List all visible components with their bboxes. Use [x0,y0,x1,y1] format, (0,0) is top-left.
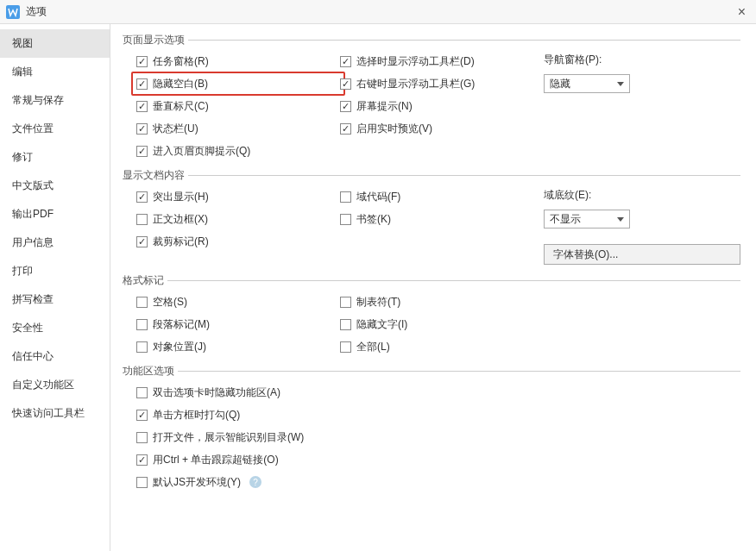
nav-pane-label: 导航窗格(P): [544,53,740,67]
checkbox-label: 制表符(T) [356,295,400,310]
checkbox-label: 状态栏(U) [153,122,198,136]
sidebar-label: 修订 [12,151,33,163]
checkbox-dblclick-hide-ribbon[interactable]: 双击选项卡时隐藏功能区(A) [136,384,740,401]
checkbox-label: 空格(S) [153,295,187,310]
sidebar-item-spellcheck[interactable]: 拼写检查 [0,285,110,314]
checkbox-spaces[interactable]: 空格(S) [136,293,340,310]
checkbox-label: 全部(L) [356,340,390,354]
checkbox-label: 书签(K) [356,212,391,227]
dropdown-value: 不显示 [550,212,581,227]
sidebar-item-customize-ribbon[interactable]: 自定义功能区 [0,371,110,399]
checkbox-crop-marks[interactable]: 裁剪标记(R) [136,233,340,250]
checkbox-icon [340,78,351,90]
checkbox-bookmarks[interactable]: 书签(K) [340,210,544,228]
checkbox-label: 选择时显示浮动工具栏(D) [356,54,475,69]
sidebar-label: 用户信息 [12,236,54,248]
checkbox-hide-blank[interactable]: 隐藏空白(B) [136,75,208,92]
sidebar-label: 文件位置 [12,122,54,135]
checkbox-rightclick-toolbar[interactable]: 右键时显示浮动工具栏(G) [340,75,544,92]
checkbox-hidden-text[interactable]: 隐藏文字(I) [340,316,544,333]
checkbox-label: 单击方框时打勾(Q) [153,408,240,423]
sidebar-item-security[interactable]: 安全性 [0,314,110,342]
info-icon[interactable]: ? [249,476,261,488]
checkbox-icon [340,319,351,330]
checkbox-text-border[interactable]: 正文边框(X) [136,210,340,228]
checkbox-label: 双击选项卡时隐藏功能区(A) [153,385,280,400]
app-logo-icon [5,4,21,20]
checkbox-status-bar[interactable]: 状态栏(U) [136,120,340,137]
sidebar-item-output-pdf[interactable]: 输出PDF [0,200,110,229]
group-page-display: 页面显示选项 任务窗格(R) 隐藏空白(B) 垂直标尺(C) 状态栏(U) 进入… [123,33,740,160]
checkbox-icon [136,477,148,488]
sidebar-item-trust-center[interactable]: 信任中心 [0,342,110,371]
titlebar: 选项 × [0,0,756,24]
checkbox-label: 域代码(F) [356,190,400,204]
checkbox-object-position[interactable]: 对象位置(J) [136,338,340,355]
sidebar-item-edit[interactable]: 编辑 [0,58,110,86]
checkbox-label: 打开文件，展示智能识别目录(W) [153,430,304,445]
sidebar-item-quick-access[interactable]: 快速访问工具栏 [0,399,110,428]
group-doc-content: 显示文档内容 突出显示(H) 正文边框(X) 裁剪标记(R) 域代码(F) 书签… [123,168,740,265]
checkbox-icon [136,454,148,466]
checkbox-icon [136,387,148,398]
checkbox-icon [340,101,351,112]
checkbox-screen-tips[interactable]: 屏幕提示(N) [340,97,544,115]
dropdown-value: 隐藏 [550,77,570,91]
checkbox-select-toolbar[interactable]: 选择时显示浮动工具栏(D) [340,53,544,70]
checkbox-header-footer-hint[interactable]: 进入页眉页脚提示(Q) [136,142,340,160]
checkbox-label: 屏幕提示(N) [356,99,413,114]
group-ribbon-options: 功能区选项 双击选项卡时隐藏功能区(A) 单击方框时打勾(Q) 打开文件，展示智… [123,364,740,491]
sidebar-item-print[interactable]: 打印 [0,257,110,285]
sidebar-label: 安全性 [12,322,43,334]
checkbox-icon [340,56,351,67]
checkbox-label: 隐藏文字(I) [356,317,407,332]
checkbox-label: 垂直标尺(C) [153,99,209,114]
sidebar-item-revision[interactable]: 修订 [0,143,110,172]
checkbox-icon [340,297,351,308]
field-shading-label: 域底纹(E): [544,188,740,203]
sidebar-item-user-info[interactable]: 用户信息 [0,229,110,257]
close-button[interactable]: × [733,3,751,22]
sidebar-label: 拼写检查 [12,293,54,305]
checkbox-icon [340,123,351,135]
checkbox-label: 正文边框(X) [153,212,208,227]
checkbox-icon [136,432,148,443]
checkbox-label: 任务窗格(R) [153,54,209,69]
checkbox-live-preview[interactable]: 启用实时预览(V) [340,120,544,137]
checkbox-tabs[interactable]: 制表符(T) [340,293,544,310]
checkbox-icon [136,191,148,203]
font-substitution-button[interactable]: 字体替换(O)... [544,244,740,265]
checkbox-label: 进入页眉页脚提示(Q) [153,144,250,159]
checkbox-smart-toc[interactable]: 打开文件，展示智能识别目录(W) [136,429,740,446]
sidebar-item-view[interactable]: 视图 [0,29,110,58]
checkbox-default-js-env[interactable]: 默认JS开发环境(Y)? [136,473,740,491]
checkbox-highlight[interactable]: 突出显示(H) [136,188,340,205]
sidebar-item-general-save[interactable]: 常规与保存 [0,86,110,115]
checkbox-task-pane[interactable]: 任务窗格(R) [136,53,340,70]
checkbox-label: 对象位置(J) [153,340,206,354]
checkbox-icon [340,191,351,203]
nav-pane-dropdown[interactable]: 隐藏 [544,74,630,93]
sidebar-item-file-location[interactable]: 文件位置 [0,115,110,143]
checkbox-icon [340,341,351,353]
checkbox-label: 默认JS开发环境(Y) [153,475,241,490]
checkbox-icon [136,341,148,353]
checkbox-icon [136,297,148,308]
button-label: 字体替换(O)... [553,247,618,262]
checkbox-vertical-ruler[interactable]: 垂直标尺(C) [136,97,340,115]
checkbox-paragraph-marks[interactable]: 段落标记(M) [136,316,340,333]
checkbox-icon [136,78,148,90]
checkbox-icon [136,56,148,67]
checkbox-all[interactable]: 全部(L) [340,338,544,355]
checkbox-ctrl-click-hyperlink[interactable]: 用Ctrl + 单击跟踪超链接(O) [136,451,740,468]
highlight-hide-blank: 隐藏空白(B) [131,72,345,96]
checkbox-label: 裁剪标记(R) [153,235,209,249]
group-title: 显示文档内容 [123,168,740,183]
sidebar-label: 信任中心 [12,350,54,362]
checkbox-click-check[interactable]: 单击方框时打勾(Q) [136,406,740,423]
checkbox-icon [136,101,148,112]
checkbox-field-codes[interactable]: 域代码(F) [340,188,544,205]
field-shading-dropdown[interactable]: 不显示 [544,210,630,229]
group-title: 格式标记 [123,273,740,288]
sidebar-item-chinese-layout[interactable]: 中文版式 [0,172,110,200]
